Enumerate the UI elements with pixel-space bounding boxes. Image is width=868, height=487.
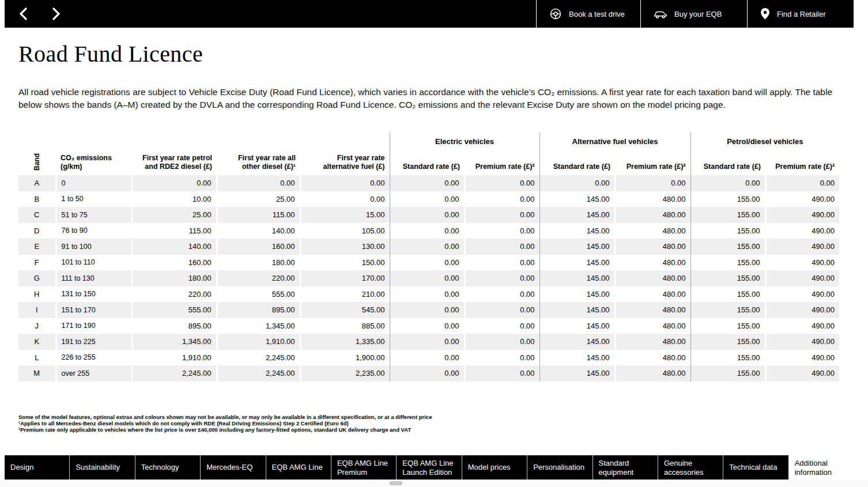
table-cell: 0.00 <box>390 239 465 255</box>
tab-standard-equipment[interactable]: Standard equipment <box>592 455 658 480</box>
band-cell: A <box>18 175 56 191</box>
table-cell: 490.00 <box>765 255 839 271</box>
table-cell: 895.00 <box>217 302 300 318</box>
table-cell: 0.00 <box>390 223 465 239</box>
prev-arrow-button[interactable] <box>18 7 28 20</box>
tab-technical-data[interactable]: Technical data <box>723 455 788 480</box>
table-cell: 480.00 <box>615 302 690 318</box>
table-cell: 140.00 <box>217 223 300 239</box>
table-cell: 490.00 <box>765 239 839 255</box>
table-cell: 155.00 <box>690 255 765 271</box>
table-cell: 2,235.00 <box>300 365 390 382</box>
band-cell: B <box>18 191 56 207</box>
table-cell: 155.00 <box>690 207 765 223</box>
table-cell: 180.00 <box>132 270 217 286</box>
table-cell: 0.00 <box>300 175 390 191</box>
tab-additional-information[interactable]: Additional information <box>788 455 854 480</box>
horizontal-scrollbar[interactable] <box>0 480 868 487</box>
carousel-nav <box>5 0 61 28</box>
table-cell: 130.00 <box>300 239 390 255</box>
table-cell: over 255 <box>56 365 132 382</box>
top-bar: Book a test drive Buy your EQB Find a Re… <box>5 0 854 28</box>
table-cell: 145.00 <box>539 270 615 286</box>
find-retailer-label: Find a Retailer <box>777 10 826 18</box>
table-cell: 480.00 <box>615 350 690 366</box>
find-retailer-button[interactable]: Find a Retailer <box>747 0 854 28</box>
band-cell: J <box>18 318 56 334</box>
column-header-afv-standard-rate: Standard rate (£) <box>539 151 615 175</box>
table-cell: 111 to 130 <box>56 270 132 286</box>
table-row: L226 to 2551,910.002,245.001,900.000.000… <box>18 350 839 366</box>
group-header-row: Electric vehicles Alternative fuel vehic… <box>18 132 839 151</box>
group-header-electric: Electric vehicles <box>390 132 539 151</box>
band-cell: L <box>18 350 56 366</box>
table-cell: 0.00 <box>390 318 465 334</box>
band-cell: G <box>18 270 56 286</box>
scrollbar-thumb[interactable] <box>390 481 402 485</box>
table-cell: 2,245.00 <box>217 365 300 382</box>
next-arrow-button[interactable] <box>51 7 61 20</box>
tab-model-prices[interactable]: Model prices <box>462 455 527 480</box>
road-fund-licence-table-body: A00.000.000.000.000.000.000.000.000.00B1… <box>18 175 839 382</box>
table-cell: 0 <box>56 175 132 191</box>
table-cell: 145.00 <box>539 191 615 207</box>
table-cell: 0.00 <box>465 286 539 303</box>
table-row: F101 to 110160.00180.00150.000.000.00145… <box>18 255 839 271</box>
table-row: I151 to 170555.00895.00545.000.000.00145… <box>18 302 839 318</box>
buy-eqb-button[interactable]: Buy your EQB <box>640 0 747 28</box>
table-cell: 145.00 <box>539 207 615 223</box>
table-row: G111 to 130180.00220.00170.000.000.00145… <box>18 270 839 286</box>
main-content: Road Fund Licence All road vehicle regis… <box>5 40 854 433</box>
table-cell: 2,245.00 <box>217 350 300 366</box>
table-cell: 2,245.00 <box>132 365 217 382</box>
table-cell: 0.00 <box>465 223 539 239</box>
table-cell: 555.00 <box>132 302 217 318</box>
table-cell: 490.00 <box>765 270 839 286</box>
table-cell: 490.00 <box>765 302 839 318</box>
table-cell: 105.00 <box>300 223 390 239</box>
buy-eqb-label: Buy your EQB <box>674 10 722 18</box>
tab-eqb-amg-line-premium[interactable]: EQB AMG Line Premium <box>331 455 396 480</box>
tab-technology[interactable]: Technology <box>135 455 200 480</box>
table-cell: 0.00 <box>390 175 465 191</box>
group-header-petrol-diesel: Petrol/diesel vehicles <box>690 132 839 151</box>
tab-sustainability[interactable]: Sustainability <box>69 455 134 480</box>
column-header-afv-premium-rate: Premium rate (£)² <box>615 151 690 175</box>
tab-personalisation[interactable]: Personalisation <box>527 455 592 480</box>
table-cell: 1 to 50 <box>56 191 132 207</box>
table-cell: 545.00 <box>300 302 390 318</box>
tab-design[interactable]: Design <box>5 455 69 480</box>
chevron-left-icon <box>18 7 28 20</box>
table-cell: 220.00 <box>132 286 217 303</box>
table-cell: 555.00 <box>217 286 300 303</box>
car-icon <box>654 8 667 20</box>
table-cell: 0.00 <box>465 365 539 382</box>
tab-mercedes-eq[interactable]: Mercedes-EQ <box>200 455 265 480</box>
table-cell: 480.00 <box>615 255 690 271</box>
table-cell: 490.00 <box>765 334 839 350</box>
table-cell: 160.00 <box>217 239 300 255</box>
table-cell: 0.00 <box>390 302 465 318</box>
table-cell: 145.00 <box>539 239 615 255</box>
table-cell: 155.00 <box>690 365 765 382</box>
table-cell: 155.00 <box>690 302 765 318</box>
chevron-right-icon <box>51 7 61 20</box>
table-cell: 1,345.00 <box>217 318 300 334</box>
footnotes: Some of the model features, optional ext… <box>18 414 844 433</box>
table-cell: 895.00 <box>132 318 217 334</box>
table-cell: 0.00 <box>465 270 539 286</box>
tab-eqb-amg-line-launch-edition[interactable]: EQB AMG Line Launch Edition <box>396 455 461 480</box>
tab-eqb-amg-line[interactable]: EQB AMG Line <box>266 455 331 480</box>
page-title: Road Fund Licence <box>18 40 844 67</box>
table-cell: 10.00 <box>132 191 217 207</box>
book-test-drive-button[interactable]: Book a test drive <box>536 0 640 28</box>
table-cell: 0.00 <box>690 175 765 191</box>
table-cell: 155.00 <box>690 350 765 366</box>
tab-genuine-accessories[interactable]: Genuine accessories <box>658 455 723 480</box>
table-cell: 101 to 110 <box>56 255 132 271</box>
table-row: J171 to 190895.001,345.00885.000.000.001… <box>18 318 839 334</box>
table-cell: 480.00 <box>615 223 690 239</box>
table-cell: 91 to 100 <box>56 239 132 255</box>
table-cell: 480.00 <box>615 270 690 286</box>
location-pin-icon <box>760 7 770 20</box>
